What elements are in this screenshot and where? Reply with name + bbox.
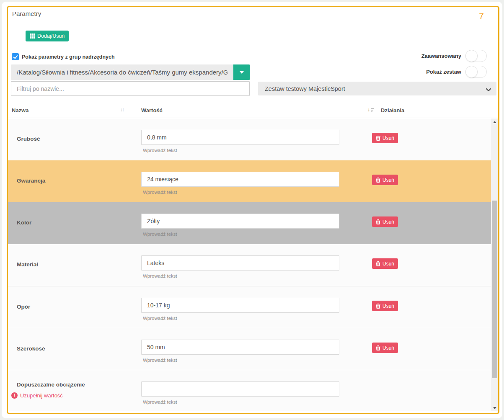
param-value-input[interactable]: [141, 255, 339, 271]
table-header: Nazwa ↓↑ Wartość ↓ Działania: [8, 103, 498, 118]
delete-button-label: Usuń: [383, 135, 394, 141]
table-row: Dopuszczalne obciążenie ! Uzupełnij wart…: [8, 370, 491, 411]
sort-amount-icon[interactable]: ↓: [367, 107, 374, 112]
table-row: Materiał ! Wprowadź tekst Usuń: [8, 244, 491, 286]
delete-button[interactable]: Usuń: [372, 216, 398, 227]
param-name: Grubość: [17, 136, 40, 142]
trash-icon: [376, 219, 380, 224]
scrollbar[interactable]: [491, 119, 498, 411]
param-value-input[interactable]: [141, 214, 339, 229]
input-helper: Wprowadź tekst: [143, 232, 177, 237]
grid-icon: [30, 33, 35, 39]
param-name: Opór: [17, 304, 30, 310]
input-helper: Wprowadź tekst: [143, 273, 177, 278]
table-row: Szerokość ! Wprowadź tekst Usuń: [8, 328, 491, 370]
delete-button[interactable]: Usuń: [372, 175, 398, 185]
caret-down-icon: [240, 71, 244, 74]
delete-button-label: Usuń: [383, 219, 394, 225]
trash-icon: [376, 178, 380, 183]
trash-icon: [376, 304, 380, 309]
error-icon: !: [11, 392, 18, 399]
param-value-input[interactable]: [141, 130, 339, 145]
param-value-input[interactable]: [141, 172, 339, 187]
param-value-input[interactable]: [141, 340, 339, 355]
input-helper: Wprowadź tekst: [143, 358, 177, 363]
delete-button-label: Usuń: [383, 345, 394, 351]
show-parent-params-checkbox[interactable]: [12, 53, 19, 60]
delete-button[interactable]: Usuń: [372, 301, 398, 311]
set-select[interactable]: Zestaw testowy MajesticSport: [258, 82, 496, 95]
scroll-up-button[interactable]: [491, 119, 498, 125]
parameters-card: Parametry 7 Dodaj/Usuń Pokaż parametry z…: [7, 6, 499, 414]
param-name: Szerokość: [17, 345, 45, 352]
category-path-input[interactable]: [11, 64, 233, 80]
table-row: Grubość ! Wprowadź tekst Usuń: [8, 119, 491, 160]
param-name: Materiał: [17, 261, 38, 268]
table-row: Gwarancja ! Wprowadź tekst Usuń: [8, 160, 491, 202]
table-row: Opór ! Wprowadź tekst Usuń: [8, 286, 491, 328]
chevron-down-icon: [486, 86, 491, 93]
param-error: ! Uzupełnij wartość: [11, 392, 63, 399]
advanced-toggle[interactable]: [465, 50, 487, 62]
delete-button-label: Usuń: [383, 261, 394, 267]
show-set-toggle[interactable]: [465, 66, 487, 78]
delete-button-label: Usuń: [383, 177, 394, 183]
trash-icon: [376, 345, 380, 350]
add-remove-button[interactable]: Dodaj/Usuń: [26, 31, 69, 41]
table-row: Kolor ! Wprowadź tekst Usuń: [8, 202, 491, 244]
column-header-value[interactable]: Wartość: [141, 107, 163, 113]
scroll-down-button[interactable]: [491, 405, 498, 411]
triangle-up-icon: [493, 121, 496, 123]
column-header-actions: Działania: [381, 107, 404, 113]
param-value-input[interactable]: [141, 381, 339, 397]
param-value-input[interactable]: [141, 298, 339, 313]
param-name: Kolor: [17, 219, 31, 226]
param-error-text: Uzupełnij wartość: [20, 392, 63, 399]
param-name: Dopuszczalne obciążenie: [17, 381, 85, 388]
show-parent-params-label: Pokaż parametry z grup nadrzędnych: [22, 54, 115, 60]
show-set-toggle-label: Pokaż zestaw: [426, 69, 461, 75]
page-title: Parametry: [12, 10, 41, 17]
delete-button-label: Usuń: [383, 303, 394, 309]
set-select-value: Zestaw testowy MajesticSport: [265, 85, 345, 92]
add-remove-button-label: Dodaj/Usuń: [37, 33, 65, 39]
page-panel: Parametry 7 Dodaj/Usuń Pokaż parametry z…: [2, 2, 502, 418]
scrollbar-thumb[interactable]: [492, 201, 497, 378]
category-dropdown-button[interactable]: [233, 64, 250, 80]
triangle-down-icon: [493, 407, 496, 409]
delete-button[interactable]: Usuń: [372, 258, 398, 269]
input-helper: Wprowadź tekst: [143, 190, 177, 195]
column-header-name[interactable]: Nazwa: [12, 107, 28, 113]
sort-icon[interactable]: ↓↑: [120, 107, 124, 113]
name-filter-input[interactable]: [11, 81, 250, 96]
delete-button[interactable]: Usuń: [372, 133, 398, 143]
toggle-knob: [465, 50, 478, 62]
param-name: Gwarancja: [17, 178, 45, 184]
trash-icon: [376, 136, 380, 141]
input-helper: Wprowadź tekst: [143, 148, 177, 153]
table-body: Grubość ! Wprowadź tekst Usuń Gwarancja …: [8, 119, 498, 411]
toggle-knob: [465, 66, 478, 78]
parameter-count-badge: 7: [479, 11, 484, 21]
advanced-toggle-label: Zaawansowany: [421, 53, 461, 59]
trash-icon: [376, 261, 380, 266]
input-helper: Wprowadź tekst: [143, 399, 177, 405]
delete-button[interactable]: Usuń: [372, 343, 398, 353]
table-body-rows: Grubość ! Wprowadź tekst Usuń Gwarancja …: [8, 119, 491, 411]
input-helper: Wprowadź tekst: [143, 316, 177, 321]
